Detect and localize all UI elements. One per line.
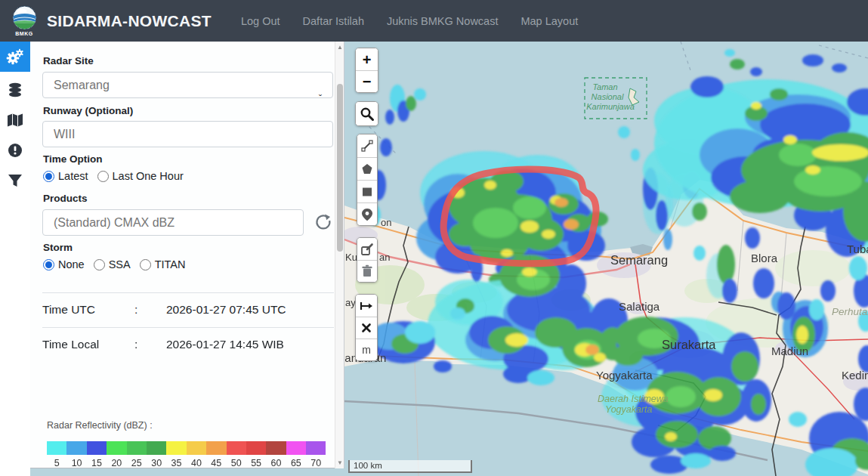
legend-cell: 30 <box>147 441 166 468</box>
legend-cell: 25 <box>127 441 147 468</box>
time-local-separator: : <box>134 338 166 351</box>
draw-toolbar <box>357 134 378 226</box>
time-local-row: Time Local : 2026-01-27 14:45 WIB <box>42 327 334 351</box>
time-option-latest-label: Latest <box>58 170 88 182</box>
runway-select[interactable]: WIII <box>42 121 333 147</box>
label-kuningan-2: an <box>379 252 390 263</box>
map-canvas[interactable]: Taman Nasional Karimunjawa <box>344 42 868 476</box>
close-icon <box>360 322 372 334</box>
label-madiun: Madiun <box>771 345 808 357</box>
storm-group: None SSA TITAN <box>43 258 195 270</box>
database-icon <box>7 82 23 98</box>
label-salatiga: Salatiga <box>619 300 660 313</box>
label-semarang: Semarang <box>610 253 668 267</box>
delete-layers-button[interactable] <box>357 260 377 282</box>
time-option-label: Time Option <box>43 153 103 165</box>
scrollbar-thumb[interactable] <box>337 84 343 252</box>
time-utc-value: 2026-01-27 07:45 UTC <box>166 303 286 317</box>
label-yogyakarta: Yogyakarta <box>596 369 653 382</box>
zoom-in-button[interactable]: + <box>356 48 378 70</box>
sea-strip <box>30 468 344 476</box>
zoom-out-label: − <box>363 74 372 89</box>
time-option-lasthour-radio[interactable] <box>97 171 109 182</box>
legend-cell: 10 <box>66 441 86 468</box>
time-option-group: Latest Last One Hour <box>43 170 193 182</box>
magnifier-button[interactable] <box>356 102 378 125</box>
refresh-icon[interactable] <box>314 213 332 231</box>
storm-ssa-label: SSA <box>109 258 131 270</box>
products-label: Products <box>43 193 88 204</box>
storm-titan-radio[interactable] <box>140 259 151 270</box>
draw-polyline-button[interactable] <box>357 134 377 157</box>
measure-unit-label: m <box>362 344 371 356</box>
legend-cell: 15 <box>87 441 107 468</box>
marker-icon <box>360 208 374 221</box>
legend-cell: 60 <box>266 441 286 468</box>
storm-none-radio[interactable] <box>43 259 54 270</box>
measure-unit-button[interactable]: m <box>356 338 377 360</box>
edit-layers-button[interactable] <box>357 238 377 260</box>
map-scale-bar: 100 km <box>348 460 472 473</box>
zoom-control: + − <box>355 48 378 93</box>
panel-scrollbar[interactable]: ▲ ▼ <box>335 42 344 468</box>
zoom-in-label: + <box>363 52 372 67</box>
draw-marker-button[interactable] <box>357 202 377 225</box>
sidebar-item-filter[interactable] <box>0 165 30 196</box>
bmkg-logo-text: BMKG <box>15 31 32 36</box>
bmkg-logo: BMKG <box>3 5 45 36</box>
nav-item-juknis[interactable]: Juknis BMKG Nowcast <box>375 15 509 27</box>
zoom-out-button[interactable]: − <box>356 70 378 92</box>
storm-titan-label: TITAN <box>155 258 186 270</box>
legend-cell: 35 <box>166 441 186 468</box>
measure-toolbar: m <box>355 294 378 361</box>
polygon-icon <box>360 162 374 176</box>
time-utc-row: Time UTC : 2026-01-27 07:45 UTC <box>42 292 334 317</box>
legend-cell: 5 <box>47 441 66 468</box>
top-navbar: BMKG SIDARMA-NOWCAST Log Out Daftar Isti… <box>0 0 868 42</box>
radar-site-select[interactable]: Semarang <box>42 72 333 98</box>
label-kuningan-1: Ku <box>345 252 357 263</box>
exclamation-circle-icon <box>7 142 23 159</box>
sidebar-item-data-layers[interactable] <box>0 75 30 105</box>
nav-item-map-layout[interactable]: Map Layout <box>509 15 589 27</box>
measure-button[interactable] <box>356 295 377 317</box>
label-tuban: Tuba <box>847 243 868 255</box>
label-diy-1: Daerah Istimewa <box>598 394 669 404</box>
sidebar-item-warnings[interactable] <box>0 135 30 165</box>
magnifier-icon <box>360 107 375 122</box>
scroll-down-icon[interactable]: ▼ <box>335 459 344 466</box>
legend-cell: 55 <box>246 441 266 468</box>
label-perhutani: Perhutani <box>832 306 868 317</box>
measure-icon <box>360 299 373 313</box>
draw-rectangle-button[interactable] <box>357 180 377 202</box>
label-karimunjawa-1: Taman <box>592 82 617 91</box>
rectangle-icon <box>360 185 374 199</box>
time-utc-separator: : <box>134 303 166 317</box>
nav-item-logout[interactable]: Log Out <box>230 15 292 27</box>
draw-polygon-button[interactable] <box>357 157 377 180</box>
legend-cell: 65 <box>286 441 306 468</box>
time-local-label: Time Local <box>42 338 134 351</box>
polyline-icon <box>360 139 374 153</box>
scroll-up-icon[interactable]: ▲ <box>335 44 344 51</box>
reflectivity-legend-label: Radar Reflectivity (dBZ) : <box>47 420 153 431</box>
sidebar-item-map-view[interactable] <box>0 105 30 135</box>
trash-icon <box>360 264 374 278</box>
scale-label: 100 km <box>354 461 382 470</box>
products-select[interactable]: (Standard) CMAX dBZ <box>42 209 304 236</box>
legend-cell: 50 <box>227 441 246 468</box>
map-svg: Taman Nasional Karimunjawa <box>344 42 868 476</box>
label-kediri: Kediri <box>842 369 868 382</box>
time-local-value: 2026-01-27 14:45 WIB <box>166 338 284 351</box>
nav-item-daftar-istilah[interactable]: Daftar Istilah <box>292 15 375 27</box>
label-karimunjawa-3: Karimunjawa <box>586 102 635 111</box>
label-surakarta: Surakarta <box>662 338 716 351</box>
storm-ssa-radio[interactable] <box>94 259 105 270</box>
sidebar-item-settings[interactable] <box>0 42 30 72</box>
legend-cell: 40 <box>187 441 206 468</box>
runway-label: Runway (Optional) <box>43 105 133 116</box>
nav-links: Log Out Daftar Istilah Juknis BMKG Nowca… <box>230 15 589 27</box>
measure-cancel-button[interactable] <box>356 317 377 338</box>
legend-cell: 45 <box>206 441 226 468</box>
time-option-latest-radio[interactable] <box>43 171 54 182</box>
